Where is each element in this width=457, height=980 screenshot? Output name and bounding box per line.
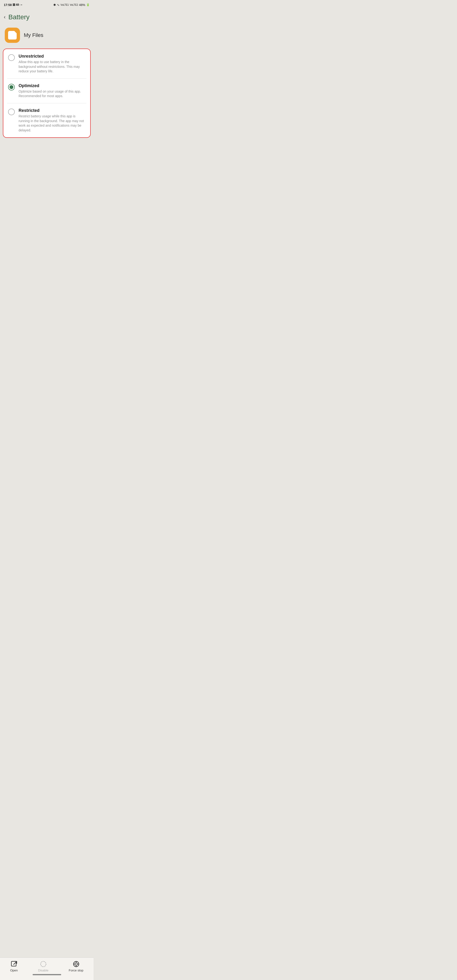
app-name: My Files <box>24 32 43 38</box>
battery-icon: 🔋 <box>86 3 90 6</box>
app-icon-fold <box>14 31 17 33</box>
option-restricted[interactable]: Restricted Restrict battery usage while … <box>3 103 90 137</box>
status-bar: 17:58 🖼 48 ↑ • ✱ ∿ VoLTE1 VoLTE2 48% 🔋 <box>0 0 94 9</box>
signal-lte2-icon: VoLTE2 <box>70 3 78 6</box>
signal-lte1-icon: VoLTE1 <box>61 3 69 6</box>
app-info-section: My Files <box>0 25 94 48</box>
clock: 17:58 <box>4 3 12 7</box>
bluetooth-icon: ✱ <box>53 3 56 7</box>
option-optimized-text: Optimized Optimize based on your usage o… <box>19 83 86 99</box>
option-optimized[interactable]: Optimized Optimize based on your usage o… <box>3 78 90 103</box>
content-spacer <box>0 141 94 222</box>
status-time: 17:58 🖼 48 ↑ • <box>4 3 22 7</box>
battery-options-card: Unrestricted Allow this app to use batte… <box>3 49 91 138</box>
option-unrestricted-desc: Allow this app to use battery in the bac… <box>19 60 86 74</box>
app-icon-inner <box>8 31 17 40</box>
radio-optimized[interactable] <box>8 84 15 91</box>
status-icons: 🖼 48 ↑ • <box>13 3 22 6</box>
battery-percent: 48% <box>79 3 85 7</box>
option-restricted-title: Restricted <box>19 108 86 113</box>
option-optimized-title: Optimized <box>19 83 86 88</box>
radio-restricted[interactable] <box>8 108 15 115</box>
page-header: ‹ Battery <box>0 9 94 25</box>
option-unrestricted-title: Unrestricted <box>19 54 86 59</box>
option-unrestricted-text: Unrestricted Allow this app to use batte… <box>19 54 86 74</box>
back-button[interactable]: ‹ <box>4 14 5 20</box>
option-optimized-desc: Optimize based on your usage of this app… <box>19 89 86 99</box>
app-icon <box>5 28 20 43</box>
radio-unrestricted[interactable] <box>8 54 15 61</box>
option-unrestricted[interactable]: Unrestricted Allow this app to use batte… <box>3 49 90 78</box>
wifi-icon: ∿ <box>57 3 59 7</box>
option-restricted-desc: Restrict battery usage while this app is… <box>19 114 86 133</box>
page-title: Battery <box>8 13 30 21</box>
radio-optimized-inner <box>10 85 13 89</box>
option-restricted-text: Restricted Restrict battery usage while … <box>19 108 86 133</box>
status-right-icons: ✱ ∿ VoLTE1 VoLTE2 48% 🔋 <box>53 3 90 7</box>
